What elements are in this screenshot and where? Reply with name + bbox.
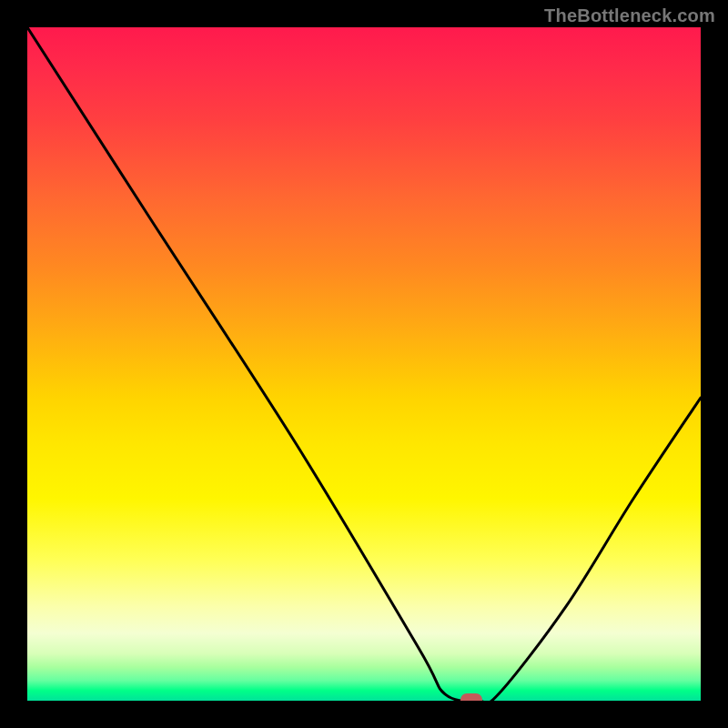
optimal-marker	[460, 693, 482, 701]
watermark-text: TheBottleneck.com	[544, 5, 715, 26]
curve-path	[27, 27, 701, 701]
plot-area	[27, 27, 701, 701]
bottleneck-curve	[27, 27, 701, 701]
chart-frame: TheBottleneck.com	[0, 0, 728, 728]
